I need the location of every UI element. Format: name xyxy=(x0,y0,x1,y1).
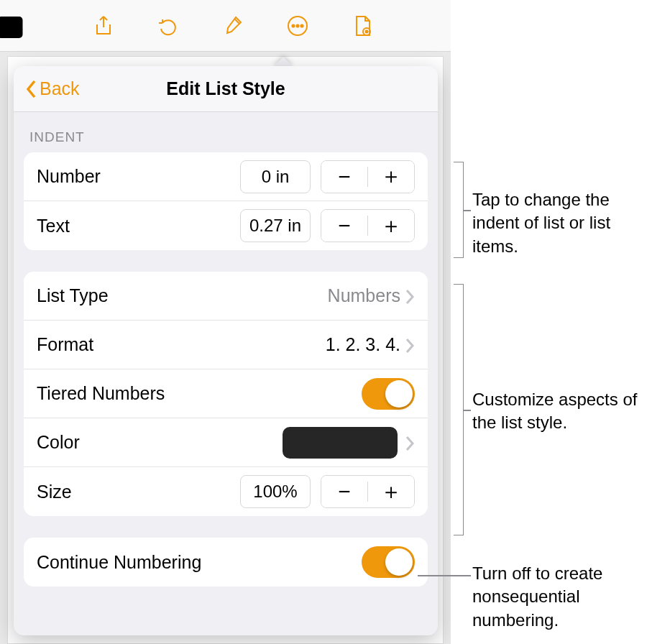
svg-point-4 xyxy=(296,24,298,27)
share-icon[interactable] xyxy=(91,13,116,39)
svg-point-5 xyxy=(300,24,303,27)
list-style-card: List Type Numbers Format 1. 2. 3. 4. Tie… xyxy=(24,272,428,516)
callout-continue-text: Turn off to create nonsequential numberi… xyxy=(472,562,640,632)
chevron-right-icon xyxy=(405,337,415,353)
undo-icon[interactable] xyxy=(155,13,181,39)
callout-lead xyxy=(464,210,471,211)
callout-bracket xyxy=(454,284,464,535)
callout-indent-text: Tap to change the indent of list or list… xyxy=(472,188,640,258)
indent-text-label: Text xyxy=(37,216,240,236)
indent-section-label: INDENT xyxy=(14,112,438,152)
size-stepper: − ＋ xyxy=(321,475,415,508)
svg-point-1 xyxy=(3,22,9,28)
callout-style-text: Customize aspects of the list style. xyxy=(472,388,640,435)
indent-number-decrease-button[interactable]: − xyxy=(321,161,367,193)
indent-number-stepper: − ＋ xyxy=(321,160,415,193)
format-label: Format xyxy=(37,334,326,355)
continue-numbering-label: Continue Numbering xyxy=(37,552,362,573)
list-type-row[interactable]: List Type Numbers xyxy=(24,272,428,321)
popover-header: Back Edit List Style xyxy=(14,66,438,112)
chevron-right-icon xyxy=(405,435,415,451)
popover-title: Edit List Style xyxy=(166,78,285,99)
list-type-value: Numbers xyxy=(328,285,400,306)
indent-text-value[interactable]: 0.27 in xyxy=(240,209,311,242)
tiered-numbers-row: Tiered Numbers xyxy=(24,369,428,418)
list-type-label: List Type xyxy=(37,285,328,306)
svg-point-3 xyxy=(292,24,294,27)
top-toolbar xyxy=(0,0,451,52)
color-label: Color xyxy=(37,432,283,453)
callout-bracket xyxy=(454,162,464,258)
indent-number-value[interactable]: 0 in xyxy=(240,160,311,193)
indent-number-increase-button[interactable]: ＋ xyxy=(368,161,414,193)
tiered-numbers-label: Tiered Numbers xyxy=(37,383,362,404)
continue-numbering-card: Continue Numbering xyxy=(24,538,428,586)
back-label: Back xyxy=(40,78,80,99)
continue-numbering-row: Continue Numbering xyxy=(24,538,428,586)
document-options-icon[interactable] xyxy=(349,13,375,39)
size-decrease-button[interactable]: − xyxy=(321,476,367,507)
color-row[interactable]: Color xyxy=(24,418,428,467)
more-icon[interactable] xyxy=(285,13,311,39)
chevron-right-icon xyxy=(405,288,415,304)
popover-arrow xyxy=(273,57,293,67)
format-brush-icon[interactable] xyxy=(220,13,246,39)
tiered-numbers-toggle[interactable] xyxy=(362,378,415,410)
svg-point-7 xyxy=(365,30,367,32)
continue-numbering-toggle[interactable] xyxy=(362,546,415,578)
format-row[interactable]: Format 1. 2. 3. 4. xyxy=(24,321,428,369)
size-row: Size 100% − ＋ xyxy=(24,467,428,516)
back-button[interactable]: Back xyxy=(21,66,84,111)
size-increase-button[interactable]: ＋ xyxy=(368,476,414,507)
size-value[interactable]: 100% xyxy=(240,475,311,508)
indent-text-decrease-button[interactable]: − xyxy=(321,210,367,242)
size-label: Size xyxy=(37,482,240,502)
format-value: 1. 2. 3. 4. xyxy=(326,334,400,355)
indent-number-label: Number xyxy=(37,166,240,187)
callout-lead xyxy=(464,410,471,411)
color-swatch xyxy=(283,427,398,459)
indent-number-row: Number 0 in − ＋ xyxy=(24,152,428,201)
callouts-panel: Tap to change the indent of list or list… xyxy=(451,0,647,644)
media-icon[interactable] xyxy=(0,13,24,39)
edit-list-style-popover: Back Edit List Style INDENT Number 0 in … xyxy=(14,66,438,635)
indent-text-stepper: − ＋ xyxy=(321,209,415,242)
callout-lead xyxy=(418,575,471,576)
indent-text-increase-button[interactable]: ＋ xyxy=(368,210,414,242)
indent-text-row: Text 0.27 in − ＋ xyxy=(24,201,428,250)
indent-card: Number 0 in − ＋ Text 0.27 in − ＋ xyxy=(24,152,428,250)
